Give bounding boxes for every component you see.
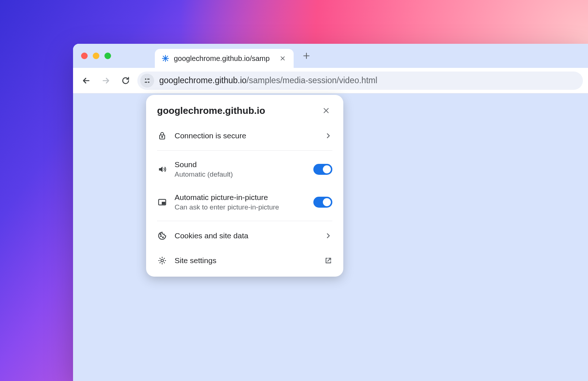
url-host: googlechrome.github.io xyxy=(159,76,247,85)
lock-icon xyxy=(157,131,167,141)
svg-rect-1 xyxy=(147,78,150,80)
url-text: googlechrome.github.io/samples/media-ses… xyxy=(159,76,377,85)
svg-point-3 xyxy=(148,81,149,83)
site-settings-label: Site settings xyxy=(175,256,317,265)
pip-subtitle: Can ask to enter picture-in-picture xyxy=(175,203,306,211)
connection-row[interactable]: Connection is secure xyxy=(146,123,343,148)
svg-point-11 xyxy=(161,259,164,262)
pip-toggle[interactable] xyxy=(313,197,332,208)
divider xyxy=(157,221,332,221)
svg-point-5 xyxy=(162,136,163,138)
forward-button[interactable] xyxy=(98,73,114,89)
sound-subtitle: Automatic (default) xyxy=(175,170,306,178)
tab-strip: googlechrome.github.io/samp xyxy=(73,44,588,68)
pip-icon xyxy=(157,197,167,207)
svg-point-10 xyxy=(160,234,161,235)
reload-button[interactable] xyxy=(118,73,134,89)
pip-row: Automatic picture-in-picture Can ask to … xyxy=(146,186,343,219)
sound-icon xyxy=(157,164,167,174)
cookie-icon xyxy=(157,231,167,241)
address-bar[interactable]: googlechrome.github.io/samples/media-ses… xyxy=(137,72,583,90)
svg-rect-7 xyxy=(162,202,165,204)
divider xyxy=(157,150,332,151)
url-path: /samples/media-session/video.html xyxy=(247,76,377,85)
cookies-label: Cookies and site data xyxy=(175,231,317,240)
browser-tab[interactable]: googlechrome.github.io/samp xyxy=(155,49,294,68)
tab-favicon xyxy=(161,54,169,62)
sound-row: Sound Automatic (default) xyxy=(146,153,343,186)
pip-title: Automatic picture-in-picture xyxy=(175,193,306,202)
window-close-button[interactable] xyxy=(81,53,88,59)
new-tab-button[interactable] xyxy=(302,52,310,60)
chevron-right-icon xyxy=(324,132,332,140)
svg-point-8 xyxy=(160,236,161,237)
tab-title: googlechrome.github.io/samp xyxy=(174,54,274,63)
connection-label: Connection is secure xyxy=(175,131,317,140)
popover-title: googlechrome.github.io xyxy=(157,105,265,116)
window-controls xyxy=(81,53,111,59)
site-settings-row[interactable]: Site settings xyxy=(146,248,343,273)
svg-rect-2 xyxy=(145,81,147,82)
tab-close-button[interactable] xyxy=(278,54,287,63)
site-info-popover: googlechrome.github.io Connection is sec… xyxy=(146,95,343,277)
popover-close-button[interactable] xyxy=(320,104,332,117)
chevron-right-icon xyxy=(324,232,332,240)
sound-toggle[interactable] xyxy=(313,164,332,175)
open-external-icon xyxy=(324,257,332,265)
site-info-button[interactable] xyxy=(140,74,154,88)
toolbar: googlechrome.github.io/samples/media-ses… xyxy=(73,68,588,93)
sound-title: Sound xyxy=(175,160,306,169)
svg-point-0 xyxy=(145,78,146,80)
window-zoom-button[interactable] xyxy=(104,53,111,59)
gear-icon xyxy=(157,255,167,266)
back-button[interactable] xyxy=(78,73,94,89)
browser-window: googlechrome.github.io/samp googlechrome… xyxy=(73,44,588,381)
window-minimize-button[interactable] xyxy=(93,53,99,59)
svg-point-9 xyxy=(163,237,164,238)
cookies-row[interactable]: Cookies and site data xyxy=(146,223,343,248)
